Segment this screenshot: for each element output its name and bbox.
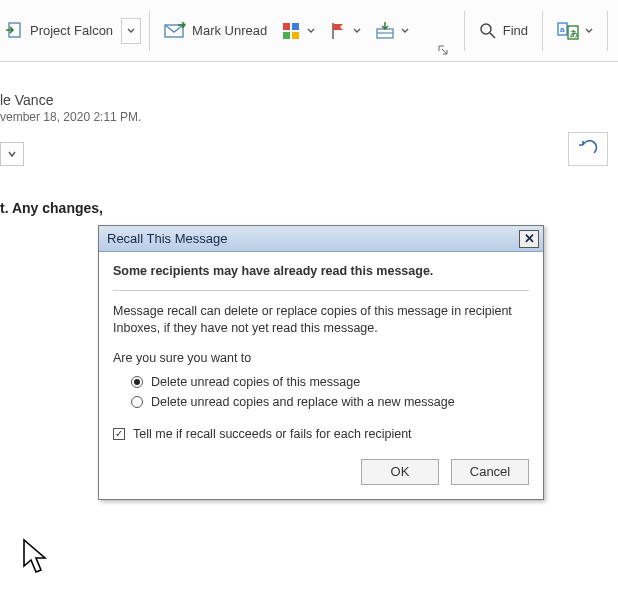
chevron-down-icon (307, 27, 315, 35)
expand-header-button[interactable] (0, 142, 24, 166)
chevron-down-icon (127, 27, 135, 35)
project-button[interactable]: Project Falcon (4, 11, 119, 51)
svg-rect-2 (283, 23, 290, 30)
message-header-area: le Vance vember 18, 2020 2:11 PM. t. Any… (0, 92, 618, 216)
follow-up-button[interactable] (323, 11, 367, 51)
dialog-launcher-icon[interactable] (436, 43, 450, 57)
search-icon (479, 22, 497, 40)
categories-icon (281, 21, 301, 41)
recall-message-dialog: Recall This Message ✕ Some recipients ma… (98, 225, 544, 500)
envelope-icon (164, 22, 186, 40)
option-replace-label: Delete unread copies and replace with a … (151, 395, 455, 409)
separator (464, 11, 465, 51)
svg-point-7 (481, 24, 491, 34)
separator (607, 11, 608, 51)
checkbox-tell-label: Tell me if recall succeeds or fails for … (133, 427, 412, 441)
message-body-fragment: t. Any changes, (0, 200, 618, 216)
dialog-button-row: OK Cancel (113, 459, 529, 485)
translate-button[interactable]: a あ (551, 11, 599, 51)
checkbox-tell-me[interactable]: ✓ Tell me if recall succeeds or fails fo… (113, 427, 529, 441)
svg-rect-5 (292, 32, 299, 39)
find-button[interactable]: Find (473, 11, 534, 51)
dialog-titlebar[interactable]: Recall This Message ✕ (99, 226, 543, 252)
undo-icon (577, 139, 599, 160)
move-button[interactable] (369, 11, 415, 51)
svg-text:あ: あ (570, 29, 578, 38)
sent-date-fragment: vember 18, 2020 2:11 PM. (0, 110, 618, 124)
project-dropdown[interactable] (121, 18, 141, 44)
dialog-body: Some recipients may have already read th… (99, 252, 543, 499)
svg-rect-3 (292, 23, 299, 30)
undo-button[interactable] (568, 132, 608, 166)
chevron-down-icon (401, 27, 409, 35)
page-arrow-icon (4, 21, 24, 41)
cancel-button[interactable]: Cancel (451, 459, 529, 485)
ribbon-toolbar: Project Falcon Mark Unread (0, 0, 618, 62)
option-delete-unread[interactable]: Delete unread copies of this message (131, 375, 529, 389)
mark-unread-button[interactable]: Mark Unread (158, 11, 273, 51)
mark-unread-label: Mark Unread (192, 23, 267, 38)
dialog-close-button[interactable]: ✕ (519, 230, 539, 248)
mouse-cursor-icon (22, 538, 50, 576)
project-label: Project Falcon (30, 23, 113, 38)
radio-unselected-icon (131, 396, 143, 408)
dialog-warning-text: Some recipients may have already read th… (113, 264, 529, 278)
separator (542, 11, 543, 51)
translate-icon: a あ (557, 21, 579, 41)
dialog-prompt-text: Are you sure you want to (113, 351, 529, 365)
option-delete-replace[interactable]: Delete unread copies and replace with a … (131, 395, 529, 409)
move-tray-icon (375, 21, 395, 41)
svg-text:a: a (560, 25, 565, 34)
ok-label: OK (391, 464, 410, 479)
find-label: Find (503, 23, 528, 38)
separator (149, 11, 150, 51)
from-name-fragment: le Vance (0, 92, 618, 108)
close-icon: ✕ (524, 232, 535, 245)
ok-button[interactable]: OK (361, 459, 439, 485)
chevron-down-icon (353, 27, 361, 35)
radio-selected-icon (131, 376, 143, 388)
option-delete-label: Delete unread copies of this message (151, 375, 360, 389)
chevron-down-icon (585, 27, 593, 35)
dialog-title: Recall This Message (107, 231, 227, 246)
chevron-down-icon (7, 147, 17, 162)
dialog-explanation-text: Message recall can delete or replace cop… (113, 303, 529, 337)
flag-icon (329, 21, 347, 41)
categorize-button[interactable] (275, 11, 321, 51)
cancel-label: Cancel (470, 464, 510, 479)
checkbox-checked-icon: ✓ (113, 428, 125, 440)
svg-rect-4 (283, 32, 290, 39)
divider (113, 290, 529, 291)
